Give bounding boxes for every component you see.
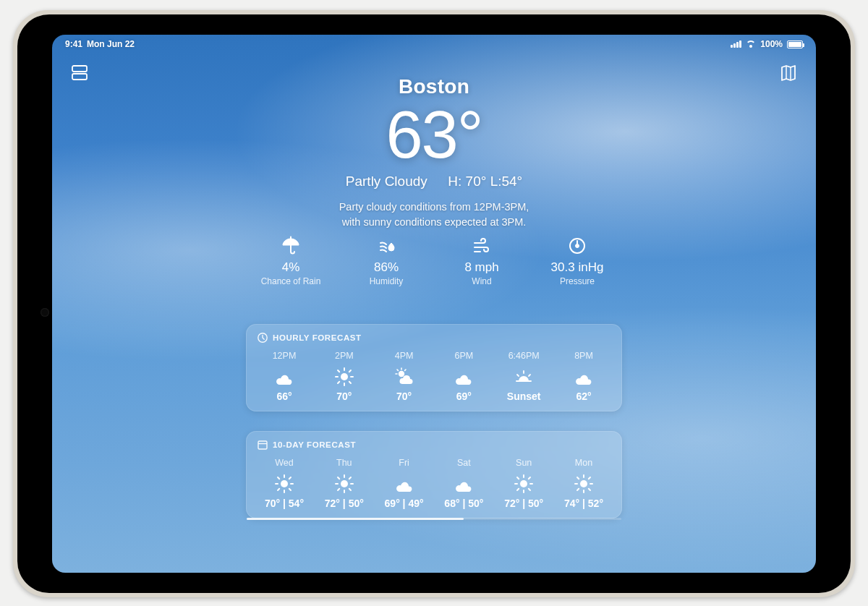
sun-icon [317,366,372,388]
sunset-icon [496,366,551,388]
day-value: 72° | 50° [317,498,372,509]
hour-value: 62° [556,391,611,402]
metric-value: 86% [354,260,419,275]
metric-value: 4% [258,260,323,275]
hour-value: 66° [257,391,312,402]
hour-label: 2PM [317,351,372,362]
day-slot[interactable]: Mon74° | 52° [556,458,611,509]
cellular-icon [731,40,741,48]
metric-wind[interactable]: 8 mphWind [449,236,514,286]
metric-label: Wind [449,276,514,286]
day-label: Fri [377,458,432,469]
day-label: Sat [436,458,491,469]
front-camera [41,308,49,317]
day-value: 74° | 52° [556,498,611,509]
cloud-icon [436,473,491,495]
summary-line2: with sunny conditions expected at 3PM. [52,215,816,230]
hourly-slot[interactable]: 6PM69° [436,351,491,402]
hourly-forecast-card[interactable]: HOURLY FORECAST 12PM66°2PM70°4PM70°6PM69… [246,324,622,411]
metrics-row: 4%Chance of Rain86%Humidity8 mphWind30.3… [258,236,610,286]
metric-value: 30.3 inHg [545,260,610,275]
hour-value: 69° [436,391,491,402]
tenday-forecast-card[interactable]: 10-DAY FORECAST Wed70° | 54°Thu72° | 50°… [246,431,622,518]
day-slot[interactable]: Sat68° | 50° [436,458,491,509]
current-temp: 63° [52,101,816,168]
cloud-icon [257,366,312,388]
hour-label: 6:46PM [496,351,551,362]
metric-label: Pressure [545,276,610,286]
current-weather: Boston 63° Partly Cloudy H: 70° L:54° Pa… [52,75,816,230]
hour-label: 4PM [377,351,432,362]
hour-label: 8PM [556,351,611,362]
umbrella-icon [258,236,323,256]
hour-value: 70° [317,391,372,402]
day-slot[interactable]: Sun72° | 50° [496,458,551,509]
day-value: 72° | 50° [496,498,551,509]
metric-label: Chance of Rain [258,276,323,286]
cloud-icon [377,473,432,495]
wifi-icon [746,40,756,48]
day-slot[interactable]: Fri69° | 49° [377,458,432,509]
clock-icon [257,332,268,343]
hourly-slot[interactable]: 2PM70° [317,351,372,402]
humidity-icon [354,236,419,256]
metric-pressure[interactable]: 30.3 inHgPressure [545,236,610,286]
hourly-slot[interactable]: 12PM66° [257,351,312,402]
city-name: Boston [52,75,816,98]
day-label: Mon [556,458,611,469]
sun-icon [556,473,611,495]
battery-icon [787,40,803,48]
hourly-slot[interactable]: 6:46PMSunset [496,351,551,402]
hourly-title: HOURLY FORECAST [273,333,362,342]
day-label: Wed [257,458,312,469]
metric-chance-of-rain[interactable]: 4%Chance of Rain [258,236,323,286]
sun-icon [257,473,312,495]
hour-value: 70° [377,391,432,402]
sun-icon [317,473,372,495]
scroll-indicator[interactable] [247,518,621,520]
hi-lo-text: H: 70° L:54° [448,174,522,189]
wind-icon [449,236,514,256]
hour-label: 6PM [436,351,491,362]
day-value: 68° | 50° [436,498,491,509]
metric-label: Humidity [354,276,419,286]
tenday-title: 10-DAY FORECAST [273,440,356,449]
cloud-icon [556,366,611,388]
status-date: Mon Jun 22 [87,39,135,49]
calendar-icon [257,439,268,451]
metric-humidity[interactable]: 86%Humidity [354,236,419,286]
partly-icon [377,366,432,388]
day-value: 69° | 49° [377,498,432,509]
hour-label: 12PM [257,351,312,362]
hourly-slot[interactable]: 4PM70° [377,351,432,402]
day-slot[interactable]: Wed70° | 54° [257,458,312,509]
battery-percent: 100% [760,39,783,49]
summary-line1: Party cloudy conditions from 12PM-3PM, [52,200,816,215]
hour-value: Sunset [496,391,551,402]
status-bar: 9:41 Mon Jun 22 100% [52,35,816,54]
ipad-frame: 9:41 Mon Jun 22 100% [13,10,855,597]
day-label: Thu [317,458,372,469]
status-time: 9:41 [65,39,82,49]
day-slot[interactable]: Thu72° | 50° [317,458,372,509]
sun-icon [496,473,551,495]
day-value: 70° | 54° [257,498,312,509]
pressure-icon [545,236,610,256]
cloud-icon [436,366,491,388]
condition-text: Partly Cloudy [346,174,427,189]
metric-value: 8 mph [449,260,514,275]
screen: 9:41 Mon Jun 22 100% [52,35,816,573]
day-label: Sun [496,458,551,469]
hourly-slot[interactable]: 8PM62° [556,351,611,402]
